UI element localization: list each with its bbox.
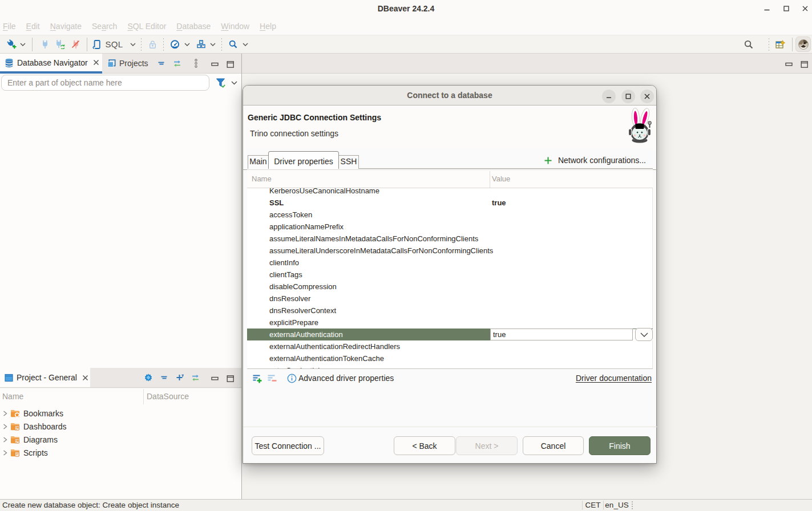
column-header-datasource[interactable]: DataSource (147, 388, 189, 405)
new-connection-dropdown[interactable] (19, 35, 27, 53)
info-button[interactable] (286, 373, 297, 384)
window-maximize-button[interactable] (781, 3, 791, 14)
tree-item[interactable]: Dashboards (0, 420, 241, 433)
menu-item[interactable]: Window (216, 22, 254, 31)
dialog-maximize-button[interactable] (621, 90, 635, 103)
driver-documentation-link[interactable]: Driver documentation (576, 369, 652, 388)
editor-maximize-button[interactable] (801, 60, 809, 67)
tab-close-icon[interactable] (82, 375, 88, 381)
sql-editor-label[interactable]: SQL (104, 35, 124, 53)
collapse-all-button[interactable] (157, 57, 166, 70)
navigator-maximize-button[interactable] (227, 60, 235, 67)
disconnect-button[interactable] (70, 35, 81, 53)
table-row[interactable]: extraCredentials (247, 364, 653, 369)
expand-chevron-icon[interactable] (3, 437, 9, 443)
filter-dropdown[interactable] (229, 76, 239, 90)
table-row[interactable]: clientInfo (247, 257, 653, 269)
project-settings-button[interactable] (143, 371, 153, 384)
status-locale[interactable]: en_US (604, 500, 630, 511)
open-perspective-button[interactable] (775, 35, 785, 53)
object-filter-input[interactable] (1, 75, 209, 91)
dashboard-dropdown[interactable] (183, 35, 191, 53)
table-row[interactable]: KerberosUseCanonicalHostname (247, 188, 653, 197)
tab-projects[interactable]: Projects (103, 54, 154, 73)
table-row[interactable]: assumeLiteralUnderscoreInMetadataCallsFo… (247, 245, 653, 257)
table-row[interactable]: externalAuthenticationTokenCache (247, 352, 653, 364)
tab-database-navigator[interactable]: Database Navigator (0, 54, 102, 74)
menu-item[interactable]: Navigate (45, 22, 87, 31)
tree-item[interactable]: Bookmarks (0, 407, 241, 420)
remove-property-button[interactable] (267, 373, 278, 384)
project-collapse-all-button[interactable] (159, 371, 169, 384)
status-timezone[interactable]: CET (583, 500, 603, 511)
dialog-titlebar[interactable]: Connect to a database (243, 86, 656, 106)
column-header-name[interactable]: Name (2, 388, 23, 405)
tab-driver-properties[interactable]: Driver properties (268, 151, 339, 169)
tree-item[interactable]: Scripts (0, 446, 241, 459)
dialog-close-button[interactable] (640, 90, 654, 103)
table-row[interactable]: accessToken (247, 209, 653, 221)
menu-item[interactable]: Edit (21, 22, 45, 31)
sql-editor-button[interactable] (91, 35, 102, 53)
window-minimize-button[interactable] (762, 3, 772, 14)
sql-editor-dropdown[interactable] (129, 35, 137, 53)
menu-item[interactable]: Search (87, 22, 122, 31)
table-row[interactable]: dnsResolverContext (247, 305, 653, 317)
tab-project-general[interactable]: Project - General (0, 368, 90, 387)
value-editor-input[interactable] (490, 328, 633, 340)
network-configurations-button[interactable]: Network configurations... (544, 153, 646, 168)
test-connection-button[interactable]: Test Connection ... (252, 436, 324, 455)
column-divider[interactable] (490, 171, 490, 188)
tasks-dropdown[interactable] (209, 35, 217, 53)
tasks-button[interactable] (196, 35, 206, 53)
filter-settings-button[interactable] (214, 76, 228, 90)
search-data-dropdown[interactable] (241, 35, 249, 53)
tree-item[interactable]: Diagrams (0, 433, 241, 446)
expand-chevron-icon[interactable] (3, 450, 9, 456)
project-link-button[interactable] (190, 371, 201, 384)
cancel-button[interactable]: Cancel (523, 436, 584, 455)
menu-item[interactable]: Database (171, 22, 216, 31)
table-row[interactable]: applicationNamePrefix (247, 221, 653, 233)
tab-close-icon[interactable] (93, 59, 99, 66)
navigator-minimize-button[interactable] (211, 60, 219, 67)
table-row[interactable]: disableCompression (247, 281, 653, 293)
view-menu-button[interactable] (192, 57, 200, 70)
reconnect-button[interactable] (54, 35, 66, 53)
column-header-value[interactable]: Value (492, 170, 510, 188)
search-data-button[interactable] (228, 35, 238, 53)
project-expand-all-button[interactable] (175, 371, 185, 384)
project-maximize-button[interactable] (227, 374, 235, 381)
menu-item[interactable]: SQL Editor (122, 22, 171, 31)
tab-main[interactable]: Main (248, 155, 269, 169)
back-button[interactable]: < Back (394, 436, 455, 455)
editor-minimize-button[interactable] (785, 60, 793, 67)
expand-chevron-icon[interactable] (3, 411, 9, 416)
menu-item[interactable]: File (3, 22, 21, 31)
link-with-editor-button[interactable] (172, 57, 182, 70)
dashboard-button[interactable] (169, 35, 180, 53)
add-property-button[interactable] (252, 373, 263, 384)
user-profile-button[interactable] (795, 36, 811, 52)
project-minimize-button[interactable] (211, 374, 219, 381)
column-header-name[interactable]: Name (252, 170, 272, 188)
tab-ssh[interactable]: SSH (338, 155, 359, 169)
database-navigator-content[interactable] (0, 92, 241, 368)
dialog-minimize-button[interactable] (602, 90, 616, 103)
value-editor-dropdown[interactable] (635, 328, 653, 341)
finish-button[interactable]: Finish (589, 436, 651, 455)
column-divider[interactable] (143, 389, 144, 404)
panel-sash[interactable] (241, 54, 242, 499)
window-close-button[interactable] (800, 3, 810, 14)
table-row[interactable]: explicitPrepare (247, 317, 653, 328)
table-row[interactable]: assumeLiteralNamesInMetadataCallsForNonC… (247, 233, 653, 245)
table-row[interactable]: externalAuthenticationRedirectHandlers (247, 340, 653, 352)
global-search-button[interactable] (744, 35, 754, 53)
expand-chevron-icon[interactable] (3, 424, 9, 429)
table-row[interactable]: externalAuthentication (247, 328, 653, 340)
menu-item[interactable]: Help (254, 22, 281, 31)
new-connection-button[interactable] (6, 35, 18, 53)
connect-button[interactable] (40, 35, 50, 53)
table-row[interactable]: SSL true (247, 197, 653, 209)
table-row[interactable]: clientTags (247, 269, 653, 281)
